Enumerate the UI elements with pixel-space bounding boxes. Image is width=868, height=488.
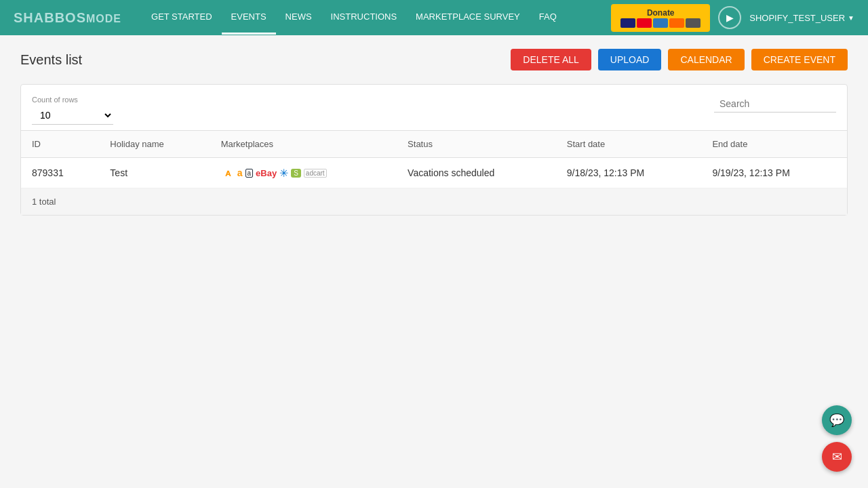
table-controls: Count of rows 10 25 50 100 [21, 85, 847, 130]
cell-end-date: 9/19/23, 12:13 PM [701, 158, 847, 188]
events-table: ID Holiday name Marketplaces Status Star… [21, 130, 847, 215]
ebay-icon: eBay [256, 168, 277, 178]
visa-icon [620, 18, 635, 28]
col-start-date: Start date [556, 131, 702, 158]
nav-link-events[interactable]: EVENTS [222, 1, 276, 35]
cell-start-date: 9/18/23, 12:13 PM [556, 158, 702, 188]
brand-logo[interactable]: SHABBOSMODE [14, 10, 121, 26]
donate-label: Donate [647, 8, 675, 18]
page-header: Events list DELETE ALL UPLOAD CALENDAR C… [20, 49, 848, 70]
user-label: SHOPIFY_TEST_USER [749, 13, 845, 23]
donate-button[interactable]: Donate [611, 4, 710, 32]
walmart-icon: ✳ [279, 167, 288, 180]
chat-fab-button[interactable]: 💬 [822, 405, 852, 435]
other-card-icon [686, 18, 701, 28]
table-row: 879331 Test ᴀ a a eBay ✳ S adcart [21, 158, 847, 188]
shopify-icon: S [291, 169, 301, 178]
amazon-icon: ᴀ [221, 166, 235, 180]
row-count-select[interactable]: 10 25 50 100 [32, 106, 113, 125]
search-input[interactable] [714, 96, 836, 113]
navbar: SHABBOSMODE GET STARTEDEVENTSNEWSINSTRUC… [0, 0, 868, 35]
delete-all-button[interactable]: DELETE ALL [511, 49, 591, 70]
mastercard-icon [637, 18, 652, 28]
fab-container: 💬 ✉ [822, 405, 852, 472]
brand-suffix: MODE [86, 13, 121, 24]
user-menu[interactable]: SHOPIFY_TEST_USER ▼ [749, 13, 854, 23]
chevron-down-icon: ▼ [848, 14, 854, 22]
calendar-button[interactable]: CALENDAR [668, 49, 744, 70]
table-body: 879331 Test ᴀ a a eBay ✳ S adcart [21, 158, 847, 216]
amazon-icon: a [237, 167, 243, 178]
nav-link-instructions[interactable]: INSTRUCTIONS [321, 1, 407, 35]
nav-links: GET STARTEDEVENTSNEWSINSTRUCTIONSMARKETP… [142, 1, 611, 35]
cell-status: Vacations scheduled [397, 158, 556, 188]
col-id: ID [21, 131, 99, 158]
cell-marketplaces: ᴀ a a eBay ✳ S adcart [210, 158, 397, 188]
table-header: ID Holiday name Marketplaces Status Star… [21, 131, 847, 158]
col-marketplaces: Marketplaces [210, 131, 397, 158]
nav-link-get-started[interactable]: GET STARTED [142, 1, 222, 35]
nav-link-marketplace-survey[interactable]: MARKETPLACE SURVEY [406, 1, 530, 35]
col-end-date: End date [701, 131, 847, 158]
page-content: Events list DELETE ALL UPLOAD CALENDAR C… [0, 35, 868, 488]
total-row: 1 total [21, 188, 847, 216]
row-count-label: Count of rows [32, 96, 113, 104]
col-holiday-name: Holiday name [99, 131, 210, 158]
alert-fab-button[interactable]: ✉ [822, 442, 852, 472]
upload-button[interactable]: UPLOAD [598, 49, 662, 70]
cell-id: 879331 [21, 158, 99, 188]
row-count-control: Count of rows 10 25 50 100 [32, 96, 113, 125]
play-button[interactable]: ▶ [718, 6, 741, 29]
amazon2-icon: a [245, 169, 254, 178]
navbar-right: Donate ▶ SHOPIFY_TEST_USER ▼ [611, 4, 854, 32]
discover-icon [669, 18, 684, 28]
header-actions: DELETE ALL UPLOAD CALENDAR CREATE EVENT [511, 49, 848, 70]
payment-cards [620, 18, 701, 28]
brand-name: SHABBOS [14, 10, 86, 25]
col-status: Status [397, 131, 556, 158]
marketplace-icons: ᴀ a a eBay ✳ S adcart [221, 166, 386, 180]
chat-icon: 💬 [829, 413, 844, 428]
table-header-row: ID Holiday name Marketplaces Status Star… [21, 131, 847, 158]
alert-icon: ✉ [832, 449, 842, 464]
cell-holiday-name: Test [99, 158, 210, 188]
page-title: Events list [20, 52, 82, 68]
total-cell: 1 total [21, 188, 847, 216]
adcart-icon: adcart [304, 169, 327, 178]
events-table-container: Count of rows 10 25 50 100 ID Holiday na… [20, 84, 848, 216]
nav-link-faq[interactable]: FAQ [530, 1, 566, 35]
amex-icon [653, 18, 668, 28]
nav-link-news[interactable]: NEWS [276, 1, 321, 35]
create-event-button[interactable]: CREATE EVENT [751, 49, 848, 70]
